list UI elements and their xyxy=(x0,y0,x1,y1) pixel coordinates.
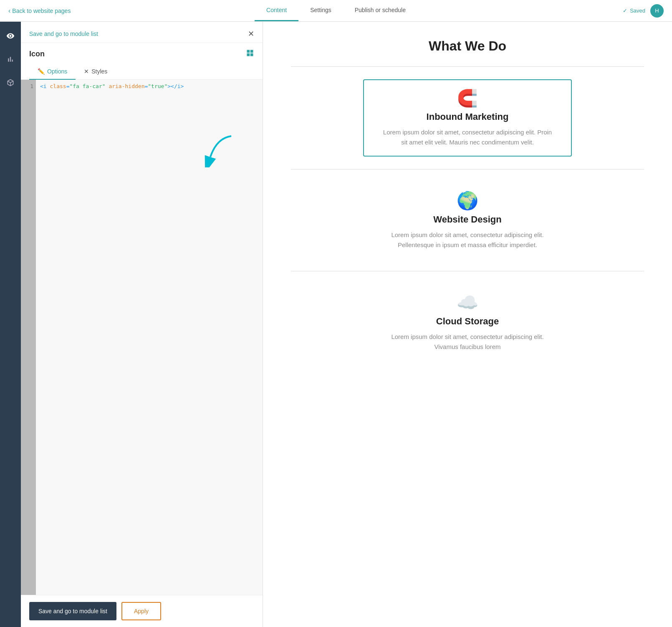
service-desc-webdesign: Lorem ipsum dolor sit amet, consectetur … xyxy=(380,230,555,250)
service-title-cloud: Cloud Storage xyxy=(380,316,555,327)
panel-layout-icon[interactable] xyxy=(246,49,254,59)
service-desc-inbound: Lorem ipsum dolor sit amet, consectetur … xyxy=(381,127,554,147)
line-numbers: 1 xyxy=(21,80,36,595)
code-content-area[interactable]: <i class="fa fa-car" aria-hidden="true">… xyxy=(36,80,263,595)
panel-header: Save and go to module list ✕ xyxy=(21,22,263,43)
tab-bar: ✏️ Options ✕ Styles xyxy=(21,63,263,80)
service-card-inbound: 🧲 Inbound Marketing Lorem ipsum dolor si… xyxy=(363,79,572,157)
tab-publish[interactable]: Publish or schedule xyxy=(343,0,417,21)
tab-content[interactable]: Content xyxy=(255,0,298,21)
panel-section-title: Icon xyxy=(21,43,263,63)
pencil-icon: ✏️ xyxy=(38,68,45,75)
tab-options[interactable]: ✏️ Options xyxy=(29,63,76,80)
service-card-cloud: ☁️ Cloud Storage Lorem ipsum dolor sit a… xyxy=(363,284,572,360)
nav-tabs: Content Settings Publish or schedule xyxy=(255,0,417,21)
main-layout: Save and go to module list ✕ Icon ✏️ Opt… xyxy=(0,22,672,627)
globe-icon: 🌍 xyxy=(380,190,555,211)
cloud-icon: ☁️ xyxy=(380,292,555,313)
tab-styles[interactable]: ✕ Styles xyxy=(76,63,116,80)
top-nav: Back to website pages Content Settings P… xyxy=(0,0,672,22)
right-content: What We Do 🧲 Inbound Marketing Lorem ips… xyxy=(263,22,672,627)
apply-button[interactable]: Apply xyxy=(121,602,161,620)
left-panel: Save and go to module list ✕ Icon ✏️ Opt… xyxy=(21,22,263,627)
code-editor: 1 <i class="fa fa-car" aria-hidden="true… xyxy=(21,80,263,595)
save-and-go-button[interactable]: Save and go to module list xyxy=(29,602,116,620)
user-avatar[interactable]: H xyxy=(650,4,664,18)
tab-settings[interactable]: Settings xyxy=(298,0,343,21)
saved-badge: Saved xyxy=(623,8,645,14)
close-panel-button[interactable]: ✕ xyxy=(248,30,254,38)
divider-3 xyxy=(291,271,644,271)
service-title-inbound: Inbound Marketing xyxy=(381,111,554,122)
left-sidebar xyxy=(0,22,21,627)
eye-icon[interactable] xyxy=(3,28,18,43)
page-main-title: What We Do xyxy=(271,38,664,54)
service-card-webdesign: 🌍 Website Design Lorem ipsum dolor sit a… xyxy=(363,182,572,258)
cube-icon[interactable] xyxy=(3,75,18,90)
nav-right: Saved H xyxy=(623,4,664,18)
panel-footer: Save and go to module list Apply xyxy=(21,595,263,627)
magnet-unicode-icon: 🧲 xyxy=(381,88,554,108)
x-icon: ✕ xyxy=(84,68,89,75)
divider-1 xyxy=(291,66,644,67)
chart-icon[interactable] xyxy=(3,52,18,67)
back-to-pages-link[interactable]: Back to website pages xyxy=(8,7,71,15)
service-desc-cloud: Lorem ipsum dolor sit amet, consectetur … xyxy=(380,332,555,352)
service-title-webdesign: Website Design xyxy=(380,214,555,225)
save-module-list-link[interactable]: Save and go to module list xyxy=(29,30,98,37)
divider-2 xyxy=(291,169,644,169)
